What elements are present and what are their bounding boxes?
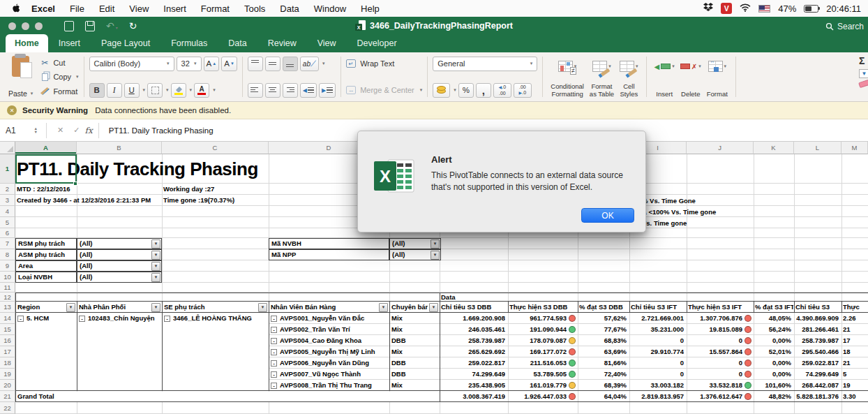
row-header-11[interactable]: 11 bbox=[0, 283, 15, 293]
cut-button[interactable]: ✂Cut bbox=[40, 57, 78, 68]
dbb-pct-4[interactable]: 81,66% bbox=[578, 358, 627, 368]
ok-button[interactable]: OK bbox=[581, 208, 634, 223]
gt-s3-actual-partial[interactable]: 3.30 bbox=[843, 392, 868, 401]
pivot-header-filter-3[interactable]: ▼ bbox=[379, 303, 388, 312]
menu-clock[interactable]: 20:46:11 bbox=[826, 3, 861, 14]
row-header-1[interactable]: 1 bbox=[0, 154, 15, 184]
collapse-button[interactable]: - bbox=[271, 349, 277, 355]
filter-loai-nvbh-value[interactable]: (All) bbox=[77, 272, 162, 283]
percent-format-button[interactable]: % bbox=[458, 83, 474, 98]
column-header-M[interactable]: M bbox=[841, 142, 868, 154]
close-window-button[interactable] bbox=[8, 22, 16, 30]
dbb-target-0[interactable]: 1.669.200.908 bbox=[440, 313, 505, 323]
ift-target-5[interactable]: 0 bbox=[629, 369, 684, 379]
row-header-18[interactable]: 18 bbox=[0, 357, 15, 369]
chuyen-ban-cell-6[interactable]: Mix bbox=[391, 380, 437, 390]
filter-loai-nvbh-dropdown[interactable]: ▼ bbox=[151, 273, 160, 282]
nvbh-cell-3[interactable]: -AVPS005_Nguyễn Thị Mỹ Linh bbox=[271, 347, 387, 357]
filter-ma-nvbh-dropdown[interactable]: ▼ bbox=[431, 239, 440, 249]
tab-insert[interactable]: Insert bbox=[48, 34, 91, 52]
nvbh-cell-6[interactable]: -AVPS008_Trần Thị Thu Trang bbox=[271, 380, 387, 390]
s3-actual-partial-0[interactable]: 2.26 bbox=[843, 313, 868, 323]
align-left-button[interactable] bbox=[248, 83, 263, 98]
s3-actual-partial-5[interactable]: 5 bbox=[843, 369, 868, 379]
ift-pct-3[interactable]: 52,01% bbox=[754, 347, 791, 357]
formula-bar-value[interactable]: PT11. Daily Tracking Phasing bbox=[109, 126, 214, 135]
undo-icon[interactable]: ↶▾ bbox=[106, 20, 118, 31]
conditional-formatting-button[interactable]: ≠▾ Conditional Formatting bbox=[548, 55, 587, 98]
cancel-entry-icon[interactable]: ✕ bbox=[57, 126, 63, 135]
ift-target-1[interactable]: 35.231.000 bbox=[629, 325, 684, 334]
column-header-L[interactable]: L bbox=[794, 142, 841, 154]
ift-pct-0[interactable]: 48,05% bbox=[754, 313, 791, 323]
redo-icon[interactable]: ↻ bbox=[129, 20, 137, 31]
s3-target-2[interactable]: 258.739.987 bbox=[794, 336, 839, 346]
collapse-button[interactable]: - bbox=[164, 316, 170, 322]
row-header-9[interactable]: 9 bbox=[0, 260, 15, 272]
s3-target-6[interactable]: 268.442.087 bbox=[794, 380, 839, 390]
gt-dbb-actual[interactable]: 1.926.447.033 bbox=[508, 392, 576, 401]
borders-button[interactable] bbox=[147, 83, 163, 98]
menu-view[interactable]: View bbox=[129, 3, 149, 14]
dbb-pct-2[interactable]: 68,83% bbox=[578, 336, 627, 346]
chuyen-ban-cell-4[interactable]: DBB bbox=[391, 358, 437, 368]
grand-total-label[interactable]: Grand Total bbox=[17, 392, 157, 401]
ift-actual-5[interactable]: 0 bbox=[687, 369, 751, 379]
dbb-target-1[interactable]: 246.035.461 bbox=[440, 325, 505, 334]
row-header-13[interactable]: 13 bbox=[0, 302, 15, 313]
gt-ift-actual[interactable]: 1.376.612.647 bbox=[687, 392, 751, 401]
dbb-pct-6[interactable]: 68,39% bbox=[578, 380, 627, 390]
row-header-20[interactable]: 20 bbox=[0, 380, 15, 391]
font-size-select[interactable]: 32▾ bbox=[177, 57, 202, 71]
clear-button[interactable] bbox=[859, 81, 868, 87]
delete-cells-button[interactable]: ✗▾ Delete bbox=[678, 55, 704, 98]
dbb-actual-1[interactable]: 191.090.944 bbox=[508, 325, 576, 334]
confirm-entry-icon[interactable]: ✓ bbox=[73, 126, 80, 135]
dbb-actual-2[interactable]: 178.079.087 bbox=[508, 336, 576, 346]
italic-button[interactable]: I bbox=[107, 83, 122, 98]
merge-center-button[interactable]: ↔Merge & Center▾ bbox=[346, 83, 422, 98]
chuyen-ban-cell-5[interactable]: DBB bbox=[391, 369, 437, 379]
align-bottom-button[interactable] bbox=[283, 57, 298, 71]
row-header-3[interactable]: 3 bbox=[0, 195, 15, 206]
created-by-label[interactable]: Created by 3466 - at 12/23/2016 2:21:33 … bbox=[17, 195, 167, 205]
wifi-icon[interactable] bbox=[740, 3, 751, 14]
copy-button[interactable]: Copy▾ bbox=[40, 71, 78, 83]
row-header-8[interactable]: 8 bbox=[0, 249, 15, 260]
s3-target-1[interactable]: 281.266.461 bbox=[794, 325, 839, 334]
s3-target-5[interactable]: 74.299.649 bbox=[794, 369, 839, 379]
increase-font-button[interactable]: A▲ bbox=[204, 57, 220, 71]
s3-actual-partial-2[interactable]: 17 bbox=[843, 336, 868, 346]
pivot-header-filter-2[interactable]: ▼ bbox=[258, 303, 267, 312]
font-color-button[interactable]: A bbox=[194, 83, 209, 98]
ift-actual-4[interactable]: 0 bbox=[687, 358, 751, 368]
window-controls[interactable] bbox=[8, 22, 43, 30]
dbb-pct-0[interactable]: 57,62% bbox=[578, 313, 627, 323]
nvbh-cell-0[interactable]: -AVPS001_Nguyễn Văn Đắc bbox=[271, 313, 387, 323]
decrease-font-button[interactable]: A▼ bbox=[221, 57, 237, 71]
nvbh-cell-4[interactable]: -AVPS006_Nguyễn Văn Dũng bbox=[271, 358, 387, 368]
gt-ift-target[interactable]: 2.819.813.957 bbox=[629, 392, 684, 401]
chuyen-ban-cell-1[interactable]: Mix bbox=[391, 325, 437, 334]
filter-asm-dropdown[interactable]: ▼ bbox=[151, 251, 160, 260]
paste-button[interactable]: Paste▾ bbox=[6, 55, 36, 98]
underline-button[interactable]: U bbox=[124, 83, 140, 98]
chuyen-ban-cell-2[interactable]: DBB bbox=[391, 336, 437, 346]
column-header-B[interactable]: B bbox=[77, 142, 162, 154]
row-header-21[interactable]: 21 bbox=[0, 391, 15, 402]
s3-target-4[interactable]: 259.022.817 bbox=[794, 358, 839, 368]
s3-actual-partial-1[interactable]: 21 bbox=[843, 325, 868, 334]
dbb-target-4[interactable]: 259.022.817 bbox=[440, 358, 505, 368]
tab-formulas[interactable]: Formulas bbox=[160, 34, 218, 52]
insert-function-icon[interactable]: fx bbox=[84, 126, 92, 135]
column-header-A[interactable]: A bbox=[15, 142, 77, 154]
format-as-table-button[interactable]: ▾ Format as Table bbox=[587, 55, 617, 98]
dbb-target-2[interactable]: 258.739.987 bbox=[440, 336, 505, 346]
filter-rsm-dropdown[interactable]: ▼ bbox=[151, 239, 160, 249]
collapse-button[interactable]: - bbox=[271, 360, 277, 367]
dbb-actual-3[interactable]: 169.177.072 bbox=[508, 347, 576, 357]
format-painter-button[interactable]: Format bbox=[40, 85, 78, 97]
menu-help[interactable]: Help bbox=[361, 3, 380, 14]
tab-view[interactable]: View bbox=[307, 34, 347, 52]
fill-down-button[interactable]: ▼ bbox=[859, 69, 868, 78]
